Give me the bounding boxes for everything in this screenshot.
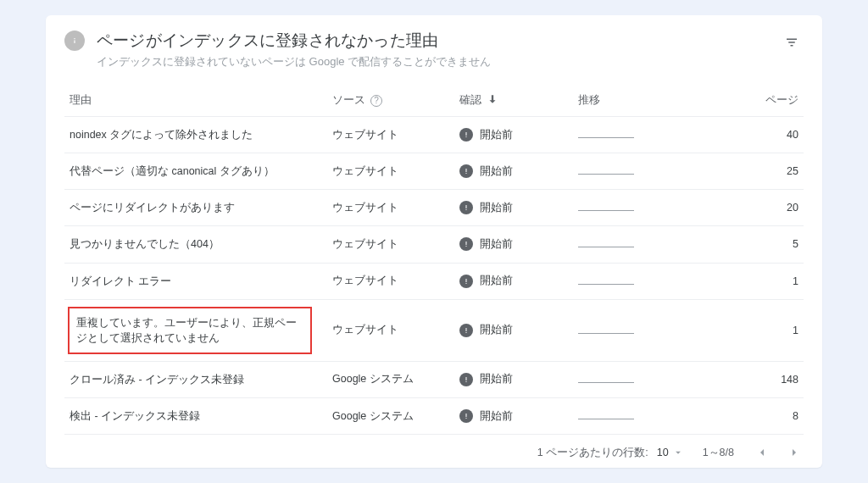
pagination-range: 1～8/8 <box>703 446 734 460</box>
trend-cell <box>573 190 675 226</box>
status-cell: 開始前 <box>454 398 573 435</box>
pagination-footer: 1 ページあたりの行数: 10 1～8/8 <box>64 434 804 462</box>
table-row[interactable]: ページにリダイレクトがありますウェブサイト開始前20 <box>64 190 804 226</box>
pages-cell: 1 <box>675 263 804 299</box>
source-cell: Google システム <box>327 398 454 435</box>
trend-cell <box>573 153 675 190</box>
table-row[interactable]: 重複しています。ユーザーにより、正規ページとして選択されていませんウェブサイト開… <box>64 299 804 361</box>
status-label: 開始前 <box>480 201 513 215</box>
trend-cell <box>573 226 675 263</box>
exclamation-icon <box>459 275 473 288</box>
dropdown-icon <box>672 447 684 458</box>
reason-cell: リダイレクト エラー <box>64 263 327 299</box>
status-label: 開始前 <box>480 409 513 424</box>
table-row[interactable]: noindex タグによって除外されましたウェブサイト開始前40 <box>64 117 804 153</box>
source-cell: ウェブサイト <box>327 190 454 226</box>
table-row[interactable]: クロール済み - インデックス未登録Google システム開始前148 <box>64 361 804 397</box>
source-cell: ウェブサイト <box>327 299 454 361</box>
status-label: 開始前 <box>480 372 513 386</box>
status-label: 開始前 <box>480 274 513 288</box>
reason-cell: 見つかりませんでした（404） <box>64 226 327 263</box>
rows-per-page-label: 1 ページあたりの行数: <box>537 446 648 460</box>
trend-cell <box>573 117 675 153</box>
help-icon[interactable]: ? <box>370 95 382 107</box>
table-row[interactable]: 見つかりませんでした（404）ウェブサイト開始前5 <box>64 226 804 263</box>
info-icon <box>64 31 85 51</box>
table-row[interactable]: リダイレクト エラーウェブサイト開始前1 <box>64 263 804 299</box>
filter-button[interactable] <box>780 31 804 54</box>
table-header-row: 理由 ソース ? 確認 推移 ページ <box>64 86 804 117</box>
source-cell: ウェブサイト <box>327 263 454 299</box>
chevron-left-icon <box>755 446 769 459</box>
reason-cell: noindex タグによって除外されました <box>64 117 327 153</box>
status-cell: 開始前 <box>454 117 573 153</box>
trend-sparkline <box>578 382 634 383</box>
card-header: ページがインデックスに登録されなかった理由 インデックスに登録されていないページ… <box>64 31 804 86</box>
pages-cell: 1 <box>675 299 804 361</box>
pages-cell: 25 <box>675 153 804 190</box>
reasons-table: 理由 ソース ? 確認 推移 ページ <box>64 86 804 434</box>
status-cell: 開始前 <box>454 190 573 226</box>
reason-cell: ページにリダイレクトがあります <box>64 190 327 226</box>
chevron-right-icon <box>787 446 801 459</box>
source-cell: ウェブサイト <box>327 226 454 263</box>
trend-cell <box>573 299 675 361</box>
col-source[interactable]: ソース ? <box>327 86 454 117</box>
sort-down-icon <box>487 93 498 108</box>
col-trend[interactable]: 推移 <box>573 86 675 117</box>
trend-cell <box>573 398 675 435</box>
trend-cell <box>573 361 675 397</box>
exclamation-icon <box>459 373 473 386</box>
pages-cell: 8 <box>675 398 804 435</box>
pages-cell: 148 <box>675 361 804 397</box>
card-title: ページがインデックスに登録されなかった理由 <box>97 31 491 51</box>
trend-sparkline <box>578 333 634 334</box>
trend-sparkline <box>578 419 634 419</box>
reason-cell: 検出 - インデックス未登録 <box>64 398 327 435</box>
status-cell: 開始前 <box>454 226 573 263</box>
exclamation-icon <box>459 201 473 214</box>
status-cell: 開始前 <box>454 263 573 299</box>
status-cell: 開始前 <box>454 153 573 190</box>
table-row[interactable]: 検出 - インデックス未登録Google システム開始前8 <box>64 398 804 435</box>
pagination-nav <box>753 443 804 462</box>
rows-per-page-select[interactable]: 10 <box>657 447 684 458</box>
col-pages[interactable]: ページ <box>675 86 804 117</box>
reason-cell: 重複しています。ユーザーにより、正規ページとして選択されていません <box>64 299 327 361</box>
col-reason[interactable]: 理由 <box>64 86 327 117</box>
prev-page-button[interactable] <box>753 443 771 462</box>
trend-sparkline <box>578 247 634 247</box>
trend-sparkline <box>578 137 634 138</box>
card-subtitle: インデックスに登録されていないページは Google で配信することができません <box>97 54 491 69</box>
status-label: 開始前 <box>480 128 513 142</box>
source-cell: ウェブサイト <box>327 117 454 153</box>
highlighted-reason: 重複しています。ユーザーにより、正規ページとして選択されていません <box>68 307 312 354</box>
exclamation-icon <box>459 164 473 178</box>
pages-cell: 5 <box>675 226 804 263</box>
table-row[interactable]: 代替ページ（適切な canonical タグあり）ウェブサイト開始前25 <box>64 153 804 190</box>
exclamation-icon <box>459 409 473 423</box>
status-label: 開始前 <box>480 323 513 337</box>
status-cell: 開始前 <box>454 361 573 397</box>
reason-cell: クロール済み - インデックス未登録 <box>64 361 327 397</box>
reason-cell: 代替ページ（適切な canonical タグあり） <box>64 153 327 190</box>
trend-sparkline <box>578 174 634 175</box>
filter-icon <box>784 35 799 50</box>
trend-sparkline <box>578 284 634 285</box>
source-cell: Google システム <box>327 361 454 397</box>
rows-per-page: 1 ページあたりの行数: 10 <box>537 446 684 460</box>
card-title-block: ページがインデックスに登録されなかった理由 インデックスに登録されていないページ… <box>97 31 491 69</box>
indexing-reasons-card: ページがインデックスに登録されなかった理由 インデックスに登録されていないページ… <box>46 15 822 468</box>
source-cell: ウェブサイト <box>327 153 454 190</box>
pages-cell: 40 <box>675 117 804 153</box>
status-label: 開始前 <box>480 164 513 179</box>
pages-cell: 20 <box>675 190 804 226</box>
next-page-button[interactable] <box>785 443 804 462</box>
exclamation-icon <box>459 128 473 142</box>
trend-cell <box>573 263 675 299</box>
exclamation-icon <box>459 237 473 251</box>
exclamation-icon <box>459 324 473 337</box>
trend-sparkline <box>578 210 634 211</box>
status-label: 開始前 <box>480 237 513 252</box>
col-confirm[interactable]: 確認 <box>454 86 573 117</box>
